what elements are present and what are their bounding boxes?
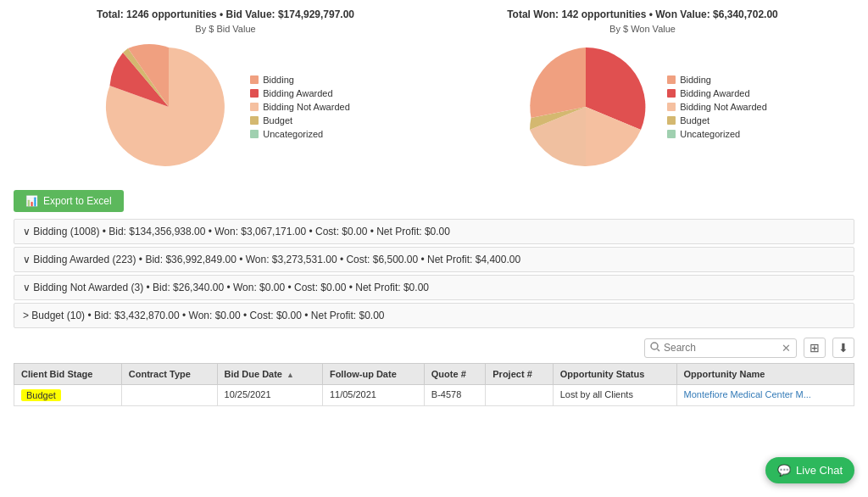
charts-section: Total: 1246 opportunities • Bid Value: $… <box>0 0 868 183</box>
right-legend-item-bidding-awarded: Bidding Awarded <box>667 88 767 98</box>
svg-point-0 <box>651 343 658 349</box>
export-to-excel-button[interactable]: 📊 Export to Excel <box>14 190 124 212</box>
download-button[interactable]: ⬇ <box>832 338 854 358</box>
opp-name-link[interactable]: Montefiore Medical Center M... <box>684 389 811 399</box>
right-pie-chart <box>518 39 654 175</box>
grid-view-button[interactable]: ⊞ <box>804 338 826 358</box>
left-chart-total: Total: 1246 opportunities • Bid Value: $… <box>97 8 354 20</box>
table-row: Budget 10/25/2021 11/05/2021 B-4578 <box>14 385 854 406</box>
legend-label-bidding-awarded: Bidding Awarded <box>263 88 332 98</box>
right-legend-label-uncategorized: Uncategorized <box>680 129 740 139</box>
col-header-followup-date[interactable]: Follow-up Date <box>322 364 424 385</box>
cell-contract-type <box>121 385 217 406</box>
col-header-project[interactable]: Project # <box>486 364 553 385</box>
search-icon <box>650 342 660 355</box>
col-header-client-bid-stage[interactable]: Client Bid Stage <box>14 364 122 385</box>
cell-client-bid-stage: Budget <box>14 385 122 406</box>
right-legend-label-bidding: Bidding <box>680 75 711 85</box>
legend-label-bidding: Bidding <box>263 75 294 85</box>
col-header-opp-status[interactable]: Opportunity Status <box>553 364 676 385</box>
right-legend-color-bidding-awarded <box>667 89 676 98</box>
sort-icon-bid-due-date: ▲ <box>287 371 294 379</box>
cell-opp-name[interactable]: Montefiore Medical Center M... <box>676 385 854 406</box>
group-row-bidding-awarded[interactable]: ∨ Bidding Awarded (223) • Bid: $36,992,8… <box>14 247 854 272</box>
right-legend-item-bidding: Bidding <box>667 75 767 85</box>
right-legend-color-bidding <box>667 75 676 84</box>
right-legend-label-budget: Budget <box>680 115 709 126</box>
col-header-opp-name[interactable]: Opportunity Name <box>676 364 854 385</box>
live-chat-button[interactable]: 💬 Live Chat <box>765 457 854 483</box>
table-section: ✕ ⊞ ⬇ Client Bid Stage Contract Type Bid… <box>0 331 868 406</box>
right-legend-color-budget <box>667 116 676 125</box>
search-input[interactable] <box>664 342 782 354</box>
cell-opp-status: Lost by all Clients <box>553 385 676 406</box>
right-legend-label-bidding-awarded: Bidding Awarded <box>680 88 749 98</box>
svg-line-1 <box>658 349 660 351</box>
grid-icon: ⊞ <box>810 341 820 355</box>
table-header-row: Client Bid Stage Contract Type Bid Due D… <box>14 364 854 385</box>
legend-item-budget: Budget <box>250 115 350 126</box>
right-legend-color-uncategorized <box>667 130 676 138</box>
cell-quote: B-4578 <box>424 385 485 406</box>
legend-color-bidding-not-awarded <box>250 103 259 111</box>
table-toolbar: ✕ ⊞ ⬇ <box>14 338 854 358</box>
live-chat-label: Live Chat <box>796 464 843 477</box>
legend-label-uncategorized: Uncategorized <box>263 129 323 139</box>
search-box[interactable]: ✕ <box>644 338 797 358</box>
group-row-bidding-label: ∨ Bidding (1008) • Bid: $134,356,938.00 … <box>23 226 450 237</box>
right-legend-item-uncategorized: Uncategorized <box>667 129 767 139</box>
left-chart-inner: Bidding Bidding Awarded Bidding Not Awar… <box>101 39 350 175</box>
group-row-budget[interactable]: > Budget (10) • Bid: $3,432,870.00 • Won… <box>14 303 854 328</box>
cell-project <box>486 385 553 406</box>
chat-icon: 💬 <box>777 464 791 477</box>
legend-color-uncategorized <box>250 130 259 138</box>
legend-color-budget <box>250 116 259 125</box>
excel-icon: 📊 <box>25 195 38 207</box>
left-chart-container: Total: 1246 opportunities • Bid Value: $… <box>38 8 414 175</box>
search-clear-icon[interactable]: ✕ <box>782 342 791 355</box>
group-row-budget-label: > Budget (10) • Bid: $3,432,870.00 • Won… <box>23 310 385 321</box>
right-chart-inner: Bidding Bidding Awarded Bidding Not Awar… <box>518 39 767 175</box>
group-row-bidding-awarded-label: ∨ Bidding Awarded (223) • Bid: $36,992,8… <box>23 254 520 265</box>
export-section: 📊 Export to Excel <box>0 183 868 219</box>
group-row-bidding-not-awarded[interactable]: ∨ Bidding Not Awarded (3) • Bid: $26,340… <box>14 275 854 300</box>
left-pie-chart <box>101 39 236 175</box>
right-chart-subtitle: By $ Won Value <box>609 24 676 34</box>
right-chart-total: Total Won: 142 opportunities • Won Value… <box>507 8 778 20</box>
legend-label-budget: Budget <box>263 115 292 126</box>
legend-color-bidding-awarded <box>250 89 259 98</box>
legend-item-uncategorized: Uncategorized <box>250 129 350 139</box>
right-legend: Bidding Bidding Awarded Bidding Not Awar… <box>667 75 767 139</box>
group-row-bidding[interactable]: ∨ Bidding (1008) • Bid: $134,356,938.00 … <box>14 219 854 244</box>
data-table: Client Bid Stage Contract Type Bid Due D… <box>14 363 854 406</box>
right-legend-color-bidding-not-awarded <box>667 103 676 111</box>
col-header-bid-due-date[interactable]: Bid Due Date ▲ <box>217 364 322 385</box>
budget-badge: Budget <box>21 389 61 401</box>
left-chart-subtitle: By $ Bid Value <box>195 24 255 34</box>
left-legend: Bidding Bidding Awarded Bidding Not Awar… <box>250 75 350 139</box>
legend-label-bidding-not-awarded: Bidding Not Awarded <box>263 102 350 112</box>
cell-followup-date: 11/05/2021 <box>322 385 424 406</box>
col-header-contract-type[interactable]: Contract Type <box>121 364 217 385</box>
legend-color-bidding <box>250 75 259 84</box>
right-chart-container: Total Won: 142 opportunities • Won Value… <box>455 8 831 175</box>
right-legend-label-bidding-not-awarded: Bidding Not Awarded <box>680 102 767 112</box>
right-legend-item-budget: Budget <box>667 115 767 126</box>
export-btn-label: Export to Excel <box>43 195 112 207</box>
cell-bid-due-date: 10/25/2021 <box>217 385 322 406</box>
col-header-quote[interactable]: Quote # <box>424 364 485 385</box>
group-row-bidding-not-awarded-label: ∨ Bidding Not Awarded (3) • Bid: $26,340… <box>23 282 429 293</box>
download-icon: ⬇ <box>838 341 849 355</box>
groups-section: ∨ Bidding (1008) • Bid: $134,356,938.00 … <box>0 219 868 328</box>
legend-item-bidding: Bidding <box>250 75 350 85</box>
right-legend-item-bidding-not-awarded: Bidding Not Awarded <box>667 102 767 112</box>
legend-item-bidding-not-awarded: Bidding Not Awarded <box>250 102 350 112</box>
legend-item-bidding-awarded: Bidding Awarded <box>250 88 350 98</box>
